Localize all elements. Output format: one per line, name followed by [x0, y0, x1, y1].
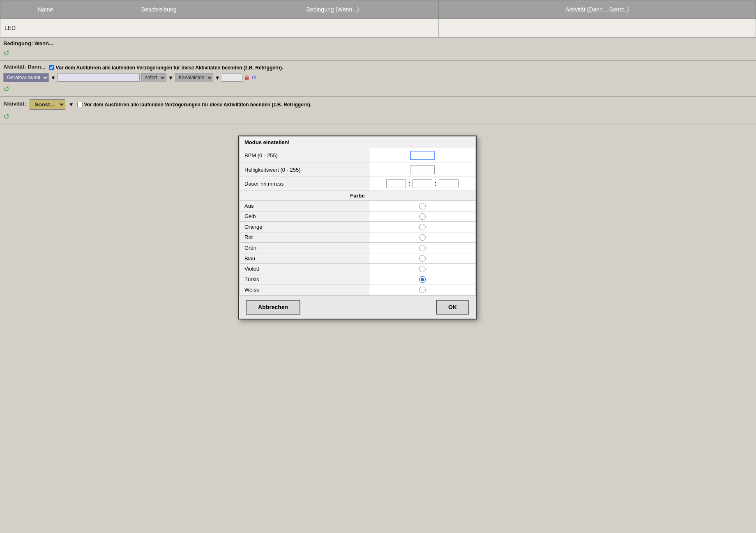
dann-checkbox[interactable]: [49, 65, 54, 70]
color-radio-blau[interactable]: [419, 255, 426, 262]
color-radio-cell-5[interactable]: [369, 253, 476, 264]
aktivitaet-dann-section: Aktivität: Dann... Vor dem Ausführen all…: [0, 61, 756, 96]
row-bedingung: [227, 19, 438, 37]
bpm-value-cell: 80: [369, 148, 476, 163]
row-name: LED: [0, 19, 91, 37]
bpm-row: BPM (0 - 255) 80: [240, 148, 476, 163]
color-row-orange: Orange: [240, 222, 476, 232]
dann-device-value[interactable]: HB-OU-MP3-LED JPMP300001:1: [58, 74, 140, 82]
dialog-title-row: Modus einstellen!: [240, 137, 476, 148]
sonst-add-button[interactable]: ↺: [3, 112, 9, 121]
color-row-rot: Rot: [240, 232, 476, 243]
dann-channel-arrow: ▼: [215, 75, 220, 81]
col-header-name: Name: [0, 0, 91, 19]
dann-add-button[interactable]: ↺: [3, 85, 9, 94]
dauer-mm-input[interactable]: 00: [413, 179, 432, 188]
bpm-input[interactable]: 80: [410, 151, 435, 160]
helligkeitswert-input[interactable]: 40: [410, 165, 435, 174]
modus-dialog: Modus einstellen! BPM (0 - 255) 80 Helli…: [238, 136, 477, 319]
color-label-8: Weiss: [240, 285, 369, 295]
helligkeitswert-label: Helligkeitswert (0 - 255): [240, 163, 369, 177]
helligkeitswert-row: Helligkeitswert (0 - 255) 40: [240, 163, 476, 177]
sonst-checkbox-text: Vor dem Ausführen alle laufenden Verzöge…: [84, 102, 312, 108]
dialog-footer: Abbrechen OK: [239, 295, 476, 319]
bedingung-section: Bedingung: Wenn... ↺: [0, 37, 756, 61]
color-label-4: Grün: [240, 243, 369, 253]
color-radio-cell-1[interactable]: [369, 211, 476, 222]
dann-channel-input[interactable]: 0: [222, 74, 242, 82]
dialog-title: Modus einstellen!: [240, 137, 476, 148]
dauer-value-cell: 00 : 00 : 10: [369, 177, 476, 191]
dann-delete-icon[interactable]: 🗑: [244, 74, 250, 81]
color-radio-orange[interactable]: [419, 224, 426, 230]
ok-button[interactable]: OK: [436, 300, 469, 315]
color-label-7: Türkis: [240, 274, 369, 285]
sonst-checkbox-label[interactable]: Vor dem Ausführen alle laufenden Verzöge…: [77, 102, 312, 108]
color-row-violett: Violett: [240, 264, 476, 274]
color-row-gelb: Gelb: [240, 211, 476, 222]
time-sep-1: :: [408, 180, 411, 187]
color-radio-cell-3[interactable]: [369, 232, 476, 243]
color-radio-türkis[interactable]: [419, 276, 426, 283]
sonst-dropdown-arrow: ▼: [69, 101, 74, 108]
color-label-2: Orange: [240, 222, 369, 232]
color-row-grün: Grün: [240, 243, 476, 253]
aktivitaet-dann-title: Aktivität: Dann...: [3, 64, 46, 70]
farbe-header-row: Farbe: [240, 191, 476, 201]
color-radio-cell-0[interactable]: [369, 201, 476, 211]
color-label-1: Gelb: [240, 211, 369, 222]
color-row-aus: Aus: [240, 201, 476, 211]
farbe-header-cell: Farbe: [240, 191, 476, 201]
dann-channel-select[interactable]: Kanalaktion: [175, 73, 213, 82]
color-label-5: Blau: [240, 253, 369, 264]
table-row: LED: [0, 19, 756, 37]
color-radio-cell-8[interactable]: [369, 285, 476, 295]
color-label-3: Rot: [240, 232, 369, 243]
color-radio-gelb[interactable]: [419, 213, 426, 220]
color-label-0: Aus: [240, 201, 369, 211]
row-aktivitaet: [438, 19, 756, 37]
cancel-button[interactable]: Abbrechen: [246, 300, 300, 315]
color-radio-rot[interactable]: [419, 234, 426, 241]
bedingung-title: Bedingung: Wenn...: [3, 40, 753, 46]
dann-timing-arrow: ▼: [168, 75, 173, 81]
color-radio-violett[interactable]: [419, 266, 426, 272]
dann-checkbox-label[interactable]: Vor dem Ausführen alle laufenden Verzöge…: [49, 65, 284, 71]
aktivitaet-sonst-title: Aktivität:: [3, 101, 26, 107]
helligkeitswert-value-cell: 40: [369, 163, 476, 177]
dann-device-select[interactable]: Geräteauswahl: [3, 73, 49, 82]
color-radio-aus[interactable]: [419, 203, 426, 209]
color-label-6: Violett: [240, 264, 369, 274]
color-radio-grün[interactable]: [419, 245, 426, 251]
aktivitaet-sonst-section: Aktivität: Sonst... ▼ Vor dem Ausführen …: [0, 96, 756, 124]
dann-checkbox-text: Vor dem Ausführen alle laufenden Verzöge…: [56, 65, 284, 71]
col-header-bedingung: Bedingung (Wenn...): [227, 0, 438, 19]
bpm-label: BPM (0 - 255): [240, 148, 369, 163]
color-radio-cell-2[interactable]: [369, 222, 476, 232]
color-row-blau: Blau: [240, 253, 476, 264]
dauer-ss-input[interactable]: 10: [439, 179, 459, 188]
dann-refresh-icon[interactable]: ↺: [251, 74, 256, 81]
color-row-türkis: Türkis: [240, 274, 476, 285]
dann-activity-row: Geräteauswahl ▼ HB-OU-MP3-LED JPMP300001…: [3, 73, 753, 82]
color-row-weiss: Weiss: [240, 285, 476, 295]
dauer-row: Dauer hh:mm:ss 00 : 00 : 10: [240, 177, 476, 191]
col-header-aktivitaet: Aktivität (Dann.., Sonst..): [438, 0, 756, 19]
dauer-hh-input[interactable]: 00: [386, 179, 406, 188]
color-radio-cell-4[interactable]: [369, 243, 476, 253]
color-radio-weiss[interactable]: [419, 287, 426, 293]
dann-timing-select[interactable]: sofort: [141, 73, 166, 82]
row-beschreibung: [91, 19, 227, 37]
dann-dropdown-arrow: ▼: [51, 75, 56, 81]
col-header-beschreibung: Beschreibung: [91, 0, 227, 19]
dauer-label: Dauer hh:mm:ss: [240, 177, 369, 191]
sonst-type-select[interactable]: Sonst...: [30, 99, 65, 110]
color-radio-cell-7[interactable]: [369, 274, 476, 285]
time-sep-2: :: [434, 180, 438, 187]
sonst-checkbox[interactable]: [77, 102, 83, 107]
bedingung-add-button[interactable]: ↺: [3, 49, 9, 58]
color-radio-cell-6[interactable]: [369, 264, 476, 274]
